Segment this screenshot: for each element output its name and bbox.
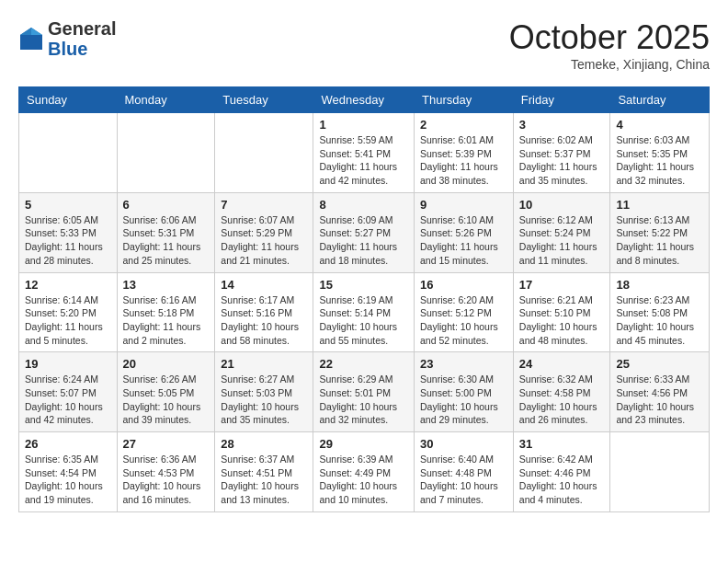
day-info: Sunrise: 6:19 AM Sunset: 5:14 PM Dayligh… [319,293,408,348]
title-block: October 2025 Temeke, Xinjiang, China [509,18,710,72]
day-number: 4 [616,118,703,132]
calendar-cell: 29Sunrise: 6:39 AM Sunset: 4:49 PM Dayli… [313,432,415,512]
weekday-header-saturday: Saturday [610,87,710,113]
calendar-cell: 23Sunrise: 6:30 AM Sunset: 5:00 PM Dayli… [415,352,514,432]
day-info: Sunrise: 6:23 AM Sunset: 5:08 PM Dayligh… [616,293,703,348]
month-title: October 2025 [509,18,710,57]
day-info: Sunrise: 6:42 AM Sunset: 4:46 PM Dayligh… [519,453,605,507]
day-info: Sunrise: 6:07 AM Sunset: 5:29 PM Dayligh… [221,213,307,268]
logo: General Blue [18,18,116,59]
day-number: 8 [319,198,408,212]
calendar-cell: 8Sunrise: 6:09 AM Sunset: 5:27 PM Daylig… [313,192,415,272]
day-info: Sunrise: 6:03 AM Sunset: 5:35 PM Dayligh… [616,133,703,188]
svg-marker-1 [31,28,42,35]
calendar-cell: 27Sunrise: 6:36 AM Sunset: 4:53 PM Dayli… [117,432,215,512]
day-info: Sunrise: 6:06 AM Sunset: 5:31 PM Dayligh… [123,213,210,268]
calendar-cell: 21Sunrise: 6:27 AM Sunset: 5:03 PM Dayli… [215,352,313,432]
day-number: 19 [25,357,111,371]
weekday-header-monday: Monday [117,87,215,113]
day-number: 17 [519,278,605,292]
day-info: Sunrise: 6:30 AM Sunset: 5:00 PM Dayligh… [420,373,507,427]
calendar-cell [215,113,313,193]
day-info: Sunrise: 6:33 AM Sunset: 4:56 PM Dayligh… [616,373,703,427]
day-info: Sunrise: 6:20 AM Sunset: 5:12 PM Dayligh… [420,293,507,348]
day-number: 12 [25,278,111,292]
calendar-cell: 25Sunrise: 6:33 AM Sunset: 4:56 PM Dayli… [610,352,710,432]
day-number: 28 [221,437,307,451]
logo-blue: Blue [48,39,116,59]
day-number: 13 [123,278,210,292]
calendar-cell: 6Sunrise: 6:06 AM Sunset: 5:31 PM Daylig… [117,192,215,272]
day-info: Sunrise: 6:13 AM Sunset: 5:22 PM Dayligh… [616,213,703,268]
day-number: 1 [319,118,408,132]
logo-icon [18,26,44,52]
day-info: Sunrise: 6:36 AM Sunset: 4:53 PM Dayligh… [123,453,210,507]
day-number: 20 [123,357,210,371]
calendar-cell: 16Sunrise: 6:20 AM Sunset: 5:12 PM Dayli… [415,272,514,352]
calendar-cell: 1Sunrise: 5:59 AM Sunset: 5:41 PM Daylig… [313,113,415,193]
day-number: 22 [319,357,408,371]
calendar-cell: 20Sunrise: 6:26 AM Sunset: 5:05 PM Dayli… [117,352,215,432]
svg-marker-2 [20,28,31,35]
day-number: 27 [123,437,210,451]
calendar-cell: 22Sunrise: 6:29 AM Sunset: 5:01 PM Dayli… [313,352,415,432]
logo-general: General [48,18,116,39]
location: Temeke, Xinjiang, China [509,57,710,72]
calendar-cell: 15Sunrise: 6:19 AM Sunset: 5:14 PM Dayli… [313,272,415,352]
weekday-header-friday: Friday [513,87,610,113]
calendar-cell: 5Sunrise: 6:05 AM Sunset: 5:33 PM Daylig… [19,192,118,272]
calendar-cell: 28Sunrise: 6:37 AM Sunset: 4:51 PM Dayli… [215,432,313,512]
day-number: 16 [420,278,507,292]
calendar-cell: 24Sunrise: 6:32 AM Sunset: 4:58 PM Dayli… [513,352,610,432]
calendar-cell: 14Sunrise: 6:17 AM Sunset: 5:16 PM Dayli… [215,272,313,352]
day-number: 3 [519,118,605,132]
calendar-cell: 7Sunrise: 6:07 AM Sunset: 5:29 PM Daylig… [215,192,313,272]
day-info: Sunrise: 6:27 AM Sunset: 5:03 PM Dayligh… [221,373,307,427]
day-number: 25 [616,357,703,371]
calendar-cell: 30Sunrise: 6:40 AM Sunset: 4:48 PM Dayli… [415,432,514,512]
page-header: General Blue October 2025 Temeke, Xinjia… [18,18,710,72]
day-info: Sunrise: 6:01 AM Sunset: 5:39 PM Dayligh… [420,133,507,188]
day-info: Sunrise: 6:32 AM Sunset: 4:58 PM Dayligh… [519,373,605,427]
day-info: Sunrise: 6:16 AM Sunset: 5:18 PM Dayligh… [123,293,210,348]
day-number: 26 [25,437,111,451]
day-number: 7 [221,198,307,212]
logo-text: General Blue [48,18,116,59]
day-number: 29 [319,437,408,451]
day-number: 15 [319,278,408,292]
calendar-cell: 9Sunrise: 6:10 AM Sunset: 5:26 PM Daylig… [415,192,514,272]
calendar-cell: 11Sunrise: 6:13 AM Sunset: 5:22 PM Dayli… [610,192,710,272]
weekday-header-wednesday: Wednesday [313,87,415,113]
day-info: Sunrise: 6:17 AM Sunset: 5:16 PM Dayligh… [221,293,307,348]
calendar-cell: 12Sunrise: 6:14 AM Sunset: 5:20 PM Dayli… [19,272,118,352]
day-number: 31 [519,437,605,451]
day-info: Sunrise: 6:09 AM Sunset: 5:27 PM Dayligh… [319,213,408,268]
calendar-cell: 18Sunrise: 6:23 AM Sunset: 5:08 PM Dayli… [610,272,710,352]
day-info: Sunrise: 6:05 AM Sunset: 5:33 PM Dayligh… [25,213,111,268]
calendar-cell [19,113,118,193]
day-info: Sunrise: 6:21 AM Sunset: 5:10 PM Dayligh… [519,293,605,348]
day-number: 24 [519,357,605,371]
weekday-header-thursday: Thursday [415,87,514,113]
day-info: Sunrise: 6:10 AM Sunset: 5:26 PM Dayligh… [420,213,507,268]
calendar-week-row: 1Sunrise: 5:59 AM Sunset: 5:41 PM Daylig… [19,113,710,193]
calendar-cell [117,113,215,193]
day-number: 18 [616,278,703,292]
calendar-cell: 10Sunrise: 6:12 AM Sunset: 5:24 PM Dayli… [513,192,610,272]
day-info: Sunrise: 6:37 AM Sunset: 4:51 PM Dayligh… [221,453,307,507]
day-info: Sunrise: 6:02 AM Sunset: 5:37 PM Dayligh… [519,133,605,188]
weekday-header-row: SundayMondayTuesdayWednesdayThursdayFrid… [19,87,710,113]
calendar-cell: 31Sunrise: 6:42 AM Sunset: 4:46 PM Dayli… [513,432,610,512]
day-info: Sunrise: 6:12 AM Sunset: 5:24 PM Dayligh… [519,213,605,268]
calendar-cell: 17Sunrise: 6:21 AM Sunset: 5:10 PM Dayli… [513,272,610,352]
calendar-cell: 26Sunrise: 6:35 AM Sunset: 4:54 PM Dayli… [19,432,118,512]
calendar-cell: 4Sunrise: 6:03 AM Sunset: 5:35 PM Daylig… [610,113,710,193]
calendar-week-row: 12Sunrise: 6:14 AM Sunset: 5:20 PM Dayli… [19,272,710,352]
day-number: 14 [221,278,307,292]
day-info: Sunrise: 6:14 AM Sunset: 5:20 PM Dayligh… [25,293,111,348]
day-number: 10 [519,198,605,212]
calendar-week-row: 19Sunrise: 6:24 AM Sunset: 5:07 PM Dayli… [19,352,710,432]
day-info: Sunrise: 6:26 AM Sunset: 5:05 PM Dayligh… [123,373,210,427]
day-number: 11 [616,198,703,212]
calendar-table: SundayMondayTuesdayWednesdayThursdayFrid… [18,86,710,512]
